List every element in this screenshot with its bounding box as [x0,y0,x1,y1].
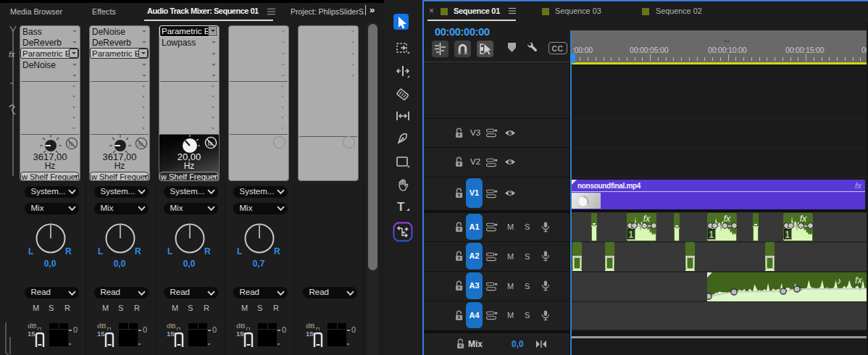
svg-text:fx: fx [9,50,15,59]
